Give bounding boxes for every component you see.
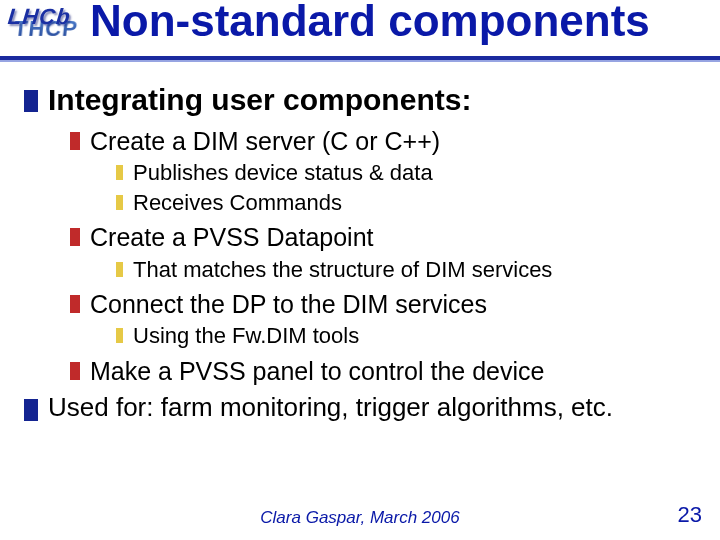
bullet-l1: Used for: farm monitoring, trigger algor…	[24, 391, 696, 424]
bullet-block-icon	[116, 262, 123, 277]
footer-author: Clara Gaspar, March 2006	[260, 508, 459, 528]
bullet-l2: Create a PVSS Datapoint	[70, 222, 696, 253]
bullet-block-icon	[24, 90, 38, 112]
bullet-l2: Make a PVSS panel to control the device	[70, 356, 696, 387]
bullet-block-icon	[70, 362, 80, 380]
slide-body: Integrating user components: Create a DI…	[24, 78, 696, 494]
bullet-block-icon	[116, 328, 123, 343]
bullet-block-icon	[70, 228, 80, 246]
bullet-block-icon	[116, 165, 123, 180]
bullet-text: Connect the DP to the DIM services	[90, 289, 487, 320]
slide: THCP LHCb Non-standard components Integr…	[0, 0, 720, 540]
bullet-text: Make a PVSS panel to control the device	[90, 356, 544, 387]
bullet-text: Publishes device status & data	[133, 159, 433, 187]
bullet-text: Integrating user components:	[48, 82, 471, 118]
lhcb-logo: THCP LHCb	[4, 2, 84, 46]
bullet-l3: Publishes device status & data	[116, 159, 696, 187]
page-number: 23	[678, 502, 702, 528]
bullet-text: Create a PVSS Datapoint	[90, 222, 374, 253]
slide-footer: Clara Gaspar, March 2006 23	[0, 504, 720, 532]
bullet-block-icon	[70, 295, 80, 313]
bullet-l3: That matches the structure of DIM servic…	[116, 256, 696, 284]
logo-front-text: LHCb	[7, 4, 72, 30]
bullet-text: Create a DIM server (C or C++)	[90, 126, 440, 157]
bullet-text: Using the Fw.DIM tools	[133, 322, 359, 350]
bullet-text: Used for: farm monitoring, trigger algor…	[48, 391, 613, 424]
title-rule-light	[0, 60, 720, 62]
bullet-l3: Using the Fw.DIM tools	[116, 322, 696, 350]
bullet-block-icon	[70, 132, 80, 150]
bullet-block-icon	[116, 195, 123, 210]
bullet-l2: Create a DIM server (C or C++)	[70, 126, 696, 157]
bullet-text: Receives Commands	[133, 189, 342, 217]
bullet-block-icon	[24, 399, 38, 421]
slide-title: Non-standard components	[90, 0, 650, 46]
bullet-l2: Connect the DP to the DIM services	[70, 289, 696, 320]
slide-header: THCP LHCb Non-standard components	[0, 0, 720, 64]
bullet-l3: Receives Commands	[116, 189, 696, 217]
bullet-l1: Integrating user components:	[24, 82, 696, 118]
bullet-text: That matches the structure of DIM servic…	[133, 256, 552, 284]
